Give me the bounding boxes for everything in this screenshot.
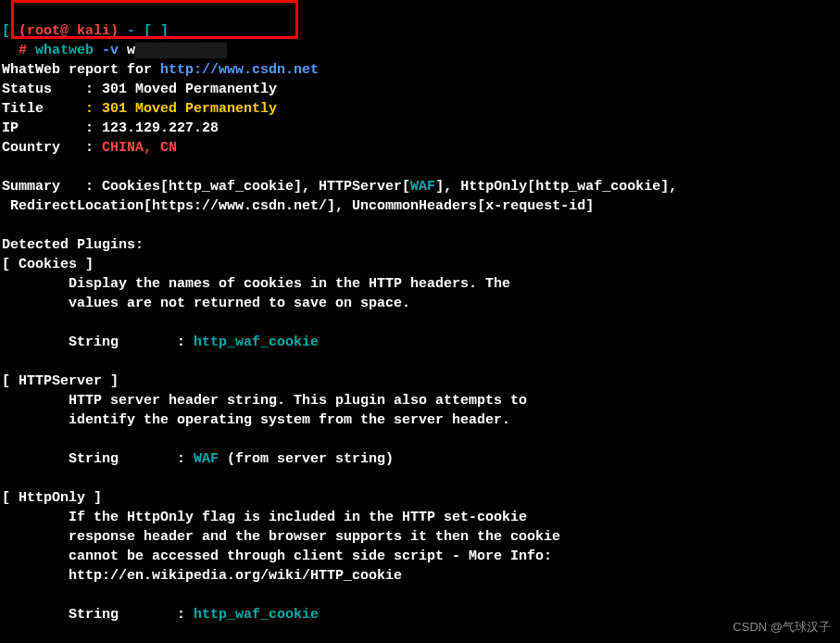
report-prefix: WhatWeb report for bbox=[2, 62, 160, 78]
report-url: http://www.csdn.net bbox=[160, 62, 319, 78]
plugin-httpserver-string-suffix: (from server string) bbox=[219, 451, 394, 467]
plugin-httpserver-name: HTTPServer bbox=[19, 373, 102, 389]
terminal-output[interactable]: [ (root@ kali) - [ ] # whatweb -v www.c*… bbox=[2, 2, 838, 624]
title-colon: : bbox=[85, 101, 102, 117]
plugin-cookies-open: [ bbox=[2, 257, 19, 272]
summary-uncommon: UncommonHeaders bbox=[352, 198, 477, 214]
prompt-user-host: (root@ kali) bbox=[19, 23, 119, 39]
plugin-httpserver-string-value: WAF bbox=[194, 451, 219, 467]
prompt-char: # bbox=[2, 43, 35, 58]
status-label: Status : bbox=[2, 82, 102, 97]
plugin-cookies-string-value: http_waf_cookie bbox=[194, 334, 319, 350]
summary-uncommon-val: [x-request-id] bbox=[477, 198, 594, 214]
summary-label: Summary : bbox=[2, 179, 102, 195]
plugin-httponly-open: [ bbox=[2, 490, 19, 506]
prompt-dash: - bbox=[119, 23, 144, 39]
plugin-cookies-desc2: values are not returned to save on space… bbox=[2, 296, 419, 311]
detected-header: Detected Plugins: bbox=[2, 237, 144, 253]
plugin-httponly-desc2: response header and the browser supports… bbox=[2, 529, 569, 545]
command-url-obscured: ww.c**b.net bbox=[135, 43, 227, 58]
summary-httpserver-close: ], bbox=[435, 179, 460, 195]
plugin-cookies-desc1: Display the names of cookies in the HTTP… bbox=[2, 276, 519, 292]
title-label: Title bbox=[2, 101, 85, 117]
command-flag: -v bbox=[102, 43, 127, 58]
plugin-httpserver-desc2: identify the operating system from the s… bbox=[2, 412, 519, 428]
plugin-httpserver-desc1: HTTP server header string. This plugin a… bbox=[2, 393, 535, 409]
plugin-cookies-string-label: String : bbox=[2, 334, 194, 350]
plugin-cookies-name: Cookies bbox=[19, 257, 77, 272]
summary-httpserver-open: [ bbox=[402, 179, 410, 195]
country-value: CHINA, CN bbox=[102, 140, 177, 156]
command-url-start: w bbox=[127, 43, 135, 58]
watermark: CSDN @气球汉子 bbox=[733, 619, 831, 636]
country-label: Country : bbox=[2, 140, 102, 156]
summary-cookies-val: [http_waf_cookie], bbox=[160, 179, 319, 195]
plugin-httpserver-close: ] bbox=[102, 373, 119, 389]
plugin-httpserver-open: [ bbox=[2, 373, 19, 389]
summary-httponly: HttpOnly bbox=[460, 179, 527, 195]
prompt-bracket-open: [ bbox=[2, 23, 19, 39]
plugin-cookies-close: ] bbox=[77, 257, 94, 272]
plugin-httponly-desc1: If the HttpOnly flag is included in the … bbox=[2, 510, 535, 525]
plugin-httponly-string-value: http_waf_cookie bbox=[194, 607, 319, 623]
ip-label: IP : bbox=[2, 120, 102, 136]
summary-redirect: RedirectLocation bbox=[10, 198, 144, 214]
plugin-httponly-string-label: String : bbox=[2, 607, 194, 623]
plugin-httponly-close: ] bbox=[85, 490, 102, 506]
summary-httpserver: HTTPServer bbox=[319, 179, 402, 195]
prompt-path: [ ] bbox=[144, 23, 169, 39]
plugin-httpserver-string-label: String : bbox=[2, 451, 194, 467]
summary-waf: WAF bbox=[410, 179, 435, 195]
summary-redirect-val: [https://www.csdn.net/], bbox=[144, 198, 352, 214]
status-value: 301 Moved Permanently bbox=[102, 82, 277, 97]
ip-value: 123.129.227.28 bbox=[102, 120, 219, 136]
plugin-httponly-desc3: cannot be accessed through client side s… bbox=[2, 548, 560, 564]
summary-cookies: Cookies bbox=[102, 179, 160, 195]
title-value: 301 Moved Permanently bbox=[102, 101, 277, 117]
plugin-httponly-desc4: http://en.wikipedia.org/wiki/HTTP_cookie bbox=[2, 568, 410, 584]
plugin-httponly-name: HttpOnly bbox=[19, 490, 85, 506]
command-name: whatweb bbox=[35, 43, 102, 58]
summary-httponly-val: [http_waf_cookie], bbox=[527, 179, 685, 195]
